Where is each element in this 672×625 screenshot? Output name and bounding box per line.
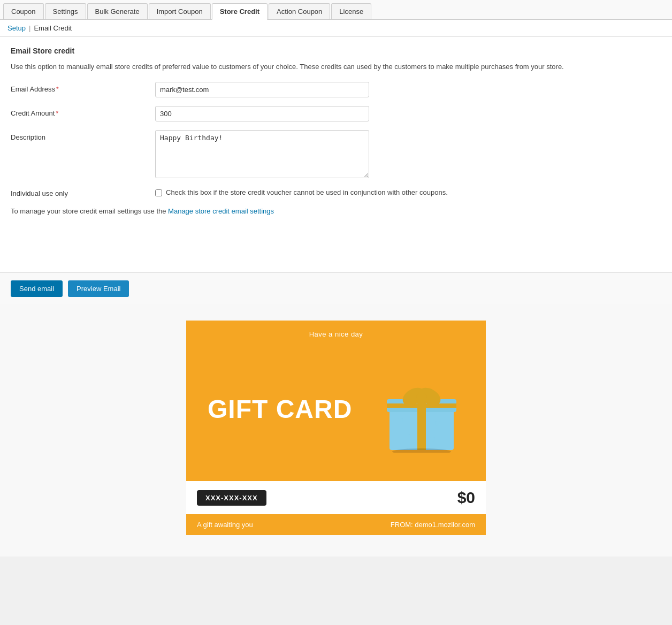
tab-settings[interactable]: Settings — [45, 3, 86, 19]
gift-amount: $0 — [457, 489, 475, 507]
tab-action-coupon[interactable]: Action Coupon — [269, 3, 330, 19]
credit-label: Credit Amount* — [11, 106, 155, 117]
gift-card-main: Have a nice day GIFT CARD — [186, 321, 486, 481]
individual-use-field: Check this box if the store credit vouch… — [155, 188, 448, 196]
send-email-button[interactable]: Send email — [11, 280, 63, 297]
individual-use-description: Check this box if the store credit vouch… — [166, 188, 448, 196]
gift-box-icon — [379, 367, 464, 453]
preview-section: Have a nice day GIFT CARD — [0, 304, 672, 557]
manage-link-row: To manage your store credit email settin… — [11, 207, 661, 215]
manage-link[interactable]: Manage store credit email settings — [168, 207, 274, 215]
email-required: * — [56, 86, 59, 93]
preview-email-button[interactable]: Preview Email — [68, 280, 129, 297]
svg-point-10 — [430, 437, 435, 442]
gift-card-container: Have a nice day GIFT CARD — [186, 321, 486, 535]
credit-field-container — [155, 106, 369, 121]
gift-card-title: GIFT CARD — [208, 395, 352, 424]
breadcrumb: Setup | Email Credit — [0, 20, 672, 37]
coupon-code-badge: XXX-XXX-XXX — [197, 490, 266, 506]
breadcrumb-separator: | — [29, 24, 30, 32]
email-field-container — [155, 82, 369, 97]
section-title: Email Store credit — [11, 47, 661, 55]
description-label: Description — [11, 130, 155, 141]
svg-point-6 — [416, 393, 427, 403]
footer-bar: Send email Preview Email — [0, 272, 672, 304]
svg-point-9 — [435, 421, 440, 426]
gift-card-footer-row: XXX-XXX-XXX $0 — [186, 481, 486, 514]
svg-point-8 — [406, 434, 411, 439]
credit-input[interactable] — [155, 106, 369, 121]
individual-use-checkbox[interactable] — [155, 189, 162, 196]
description-field-container: Happy Birthday! — [155, 130, 369, 180]
gift-card-bottom-bar: A gift awaiting you FROM: demo1.mozilor.… — [186, 514, 486, 535]
email-input[interactable] — [155, 82, 369, 97]
individual-use-row: Individual use only Check this box if th… — [11, 188, 661, 197]
bottom-left-text: A gift awaiting you — [197, 521, 253, 529]
svg-point-7 — [398, 418, 403, 423]
tab-license[interactable]: License — [331, 3, 371, 19]
credit-required: * — [56, 110, 58, 117]
email-label: Email Address* — [11, 82, 155, 93]
manage-link-prefix: To manage your store credit email settin… — [11, 207, 168, 215]
description-textarea[interactable]: Happy Birthday! — [155, 130, 369, 178]
tab-bulk-generate[interactable]: Bulk Generate — [87, 3, 148, 19]
gift-card-tagline: Have a nice day — [186, 321, 486, 338]
breadcrumb-setup-link[interactable]: Setup — [7, 24, 26, 32]
main-content: Email Store credit Use this option to ma… — [0, 37, 672, 272]
tab-import-coupon[interactable]: Import Coupon — [149, 3, 211, 19]
credit-amount-row: Credit Amount* — [11, 106, 661, 121]
section-description: Use this option to manually email store … — [11, 62, 661, 72]
tabs-bar: Coupon Settings Bulk Generate Import Cou… — [0, 0, 672, 20]
email-address-row: Email Address* — [11, 82, 661, 97]
svg-rect-3 — [387, 403, 456, 408]
tab-store-credit[interactable]: Store Credit — [212, 3, 268, 20]
gift-card-body: GIFT CARD — [186, 338, 486, 481]
bottom-right-text: FROM: demo1.mozilor.com — [391, 521, 475, 529]
individual-use-label: Individual use only — [11, 188, 155, 197]
description-row: Description Happy Birthday! — [11, 130, 661, 180]
tab-coupon[interactable]: Coupon — [3, 3, 44, 19]
breadcrumb-current: Email Credit — [34, 24, 72, 32]
